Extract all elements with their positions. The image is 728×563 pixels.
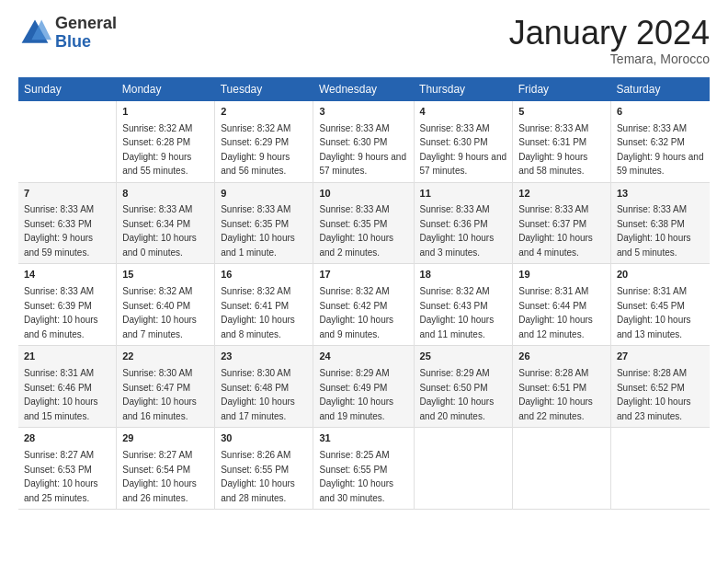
sunset-text: Sunset: 6:30 PM bbox=[420, 137, 488, 147]
calendar-cell: 18Sunrise: 8:32 AMSunset: 6:43 PMDayligh… bbox=[414, 264, 513, 346]
daylight-text: Daylight: 10 hours and 17 minutes. bbox=[221, 396, 295, 421]
day-number: 21 bbox=[24, 350, 110, 364]
sunrise-text: Sunrise: 8:31 AM bbox=[24, 368, 94, 378]
col-friday: Friday bbox=[513, 77, 611, 101]
sunrise-text: Sunrise: 8:33 AM bbox=[617, 204, 687, 214]
daylight-text: Daylight: 10 hours and 16 minutes. bbox=[122, 396, 197, 421]
sunset-text: Sunset: 6:50 PM bbox=[420, 383, 488, 393]
calendar-week-row: 7Sunrise: 8:33 AMSunset: 6:33 PMDaylight… bbox=[18, 182, 710, 264]
calendar-cell: 4Sunrise: 8:33 AMSunset: 6:30 PMDaylight… bbox=[414, 101, 513, 182]
sunset-text: Sunset: 6:37 PM bbox=[518, 219, 586, 229]
sunset-text: Sunset: 6:29 PM bbox=[221, 137, 289, 147]
day-number: 29 bbox=[122, 431, 209, 446]
sunset-text: Sunset: 6:54 PM bbox=[122, 465, 190, 475]
calendar-cell bbox=[18, 101, 117, 182]
subtitle: Temara, Morocco bbox=[509, 52, 710, 66]
calendar-cell: 6Sunrise: 8:33 AMSunset: 6:32 PMDaylight… bbox=[610, 101, 710, 182]
daylight-text: Daylight: 10 hours and 7 minutes. bbox=[122, 315, 197, 339]
daylight-text: Daylight: 10 hours and 20 minutes. bbox=[420, 396, 495, 421]
sunset-text: Sunset: 6:35 PM bbox=[221, 219, 289, 229]
calendar-cell: 12Sunrise: 8:33 AMSunset: 6:37 PMDayligh… bbox=[513, 182, 611, 264]
calendar-cell: 11Sunrise: 8:33 AMSunset: 6:36 PMDayligh… bbox=[414, 182, 513, 264]
calendar-cell: 15Sunrise: 8:32 AMSunset: 6:40 PMDayligh… bbox=[117, 264, 215, 346]
sunset-text: Sunset: 6:38 PM bbox=[617, 219, 685, 229]
sunrise-text: Sunrise: 8:33 AM bbox=[319, 204, 389, 214]
calendar-cell: 21Sunrise: 8:31 AMSunset: 6:46 PMDayligh… bbox=[18, 346, 117, 428]
col-wednesday: Wednesday bbox=[313, 77, 414, 101]
sunrise-text: Sunrise: 8:32 AM bbox=[122, 286, 192, 296]
calendar-cell: 29Sunrise: 8:27 AMSunset: 6:54 PMDayligh… bbox=[117, 428, 215, 510]
page-container: General Blue January 2024 Temara, Morocc… bbox=[0, 0, 728, 519]
sunset-text: Sunset: 6:30 PM bbox=[319, 137, 387, 147]
sunset-text: Sunset: 6:53 PM bbox=[24, 465, 92, 475]
sunset-text: Sunset: 6:42 PM bbox=[319, 301, 387, 311]
day-number: 8 bbox=[122, 187, 209, 201]
daylight-text: Daylight: 10 hours and 15 minutes. bbox=[24, 396, 98, 421]
daylight-text: Daylight: 10 hours and 9 minutes. bbox=[319, 315, 393, 339]
day-number: 27 bbox=[617, 350, 704, 364]
daylight-text: Daylight: 10 hours and 2 minutes. bbox=[319, 233, 393, 258]
sunset-text: Sunset: 6:44 PM bbox=[518, 301, 586, 311]
calendar-cell: 9Sunrise: 8:33 AMSunset: 6:35 PMDaylight… bbox=[215, 182, 313, 264]
daylight-text: Daylight: 9 hours and 55 minutes. bbox=[122, 152, 191, 177]
calendar-cell bbox=[513, 428, 611, 510]
sunset-text: Sunset: 6:34 PM bbox=[122, 219, 190, 229]
sunrise-text: Sunrise: 8:29 AM bbox=[319, 368, 389, 378]
daylight-text: Daylight: 10 hours and 5 minutes. bbox=[617, 233, 691, 258]
day-number: 12 bbox=[518, 187, 605, 201]
col-monday: Monday bbox=[117, 77, 215, 101]
day-number: 22 bbox=[122, 350, 209, 364]
sunrise-text: Sunrise: 8:30 AM bbox=[221, 368, 290, 378]
sunset-text: Sunset: 6:32 PM bbox=[617, 137, 685, 147]
daylight-text: Daylight: 10 hours and 22 minutes. bbox=[518, 396, 593, 421]
sunrise-text: Sunrise: 8:32 AM bbox=[420, 286, 490, 296]
month-title: January 2024 bbox=[509, 15, 710, 52]
calendar-cell bbox=[610, 428, 710, 510]
daylight-text: Daylight: 10 hours and 3 minutes. bbox=[420, 233, 495, 258]
calendar-cell: 24Sunrise: 8:29 AMSunset: 6:49 PMDayligh… bbox=[313, 346, 414, 428]
sunrise-text: Sunrise: 8:28 AM bbox=[617, 368, 687, 378]
day-number: 7 bbox=[24, 187, 110, 201]
sunrise-text: Sunrise: 8:33 AM bbox=[319, 123, 389, 133]
daylight-text: Daylight: 10 hours and 19 minutes. bbox=[319, 396, 393, 421]
calendar-cell: 19Sunrise: 8:31 AMSunset: 6:44 PMDayligh… bbox=[513, 264, 611, 346]
sunset-text: Sunset: 6:55 PM bbox=[319, 465, 387, 475]
day-number: 31 bbox=[319, 431, 407, 446]
sunrise-text: Sunrise: 8:27 AM bbox=[24, 450, 94, 460]
sunrise-text: Sunrise: 8:32 AM bbox=[221, 286, 290, 296]
day-number: 23 bbox=[221, 350, 307, 364]
calendar-week-row: 28Sunrise: 8:27 AMSunset: 6:53 PMDayligh… bbox=[18, 428, 710, 510]
calendar-cell: 5Sunrise: 8:33 AMSunset: 6:31 PMDaylight… bbox=[513, 101, 611, 182]
sunset-text: Sunset: 6:36 PM bbox=[420, 219, 488, 229]
sunset-text: Sunset: 6:52 PM bbox=[617, 383, 685, 393]
day-number: 14 bbox=[24, 268, 110, 282]
daylight-text: Daylight: 10 hours and 30 minutes. bbox=[319, 478, 393, 503]
daylight-text: Daylight: 10 hours and 6 minutes. bbox=[24, 315, 98, 339]
sunrise-text: Sunrise: 8:33 AM bbox=[518, 204, 588, 214]
calendar-week-row: 14Sunrise: 8:33 AMSunset: 6:39 PMDayligh… bbox=[18, 264, 710, 346]
title-block: January 2024 Temara, Morocco bbox=[509, 15, 710, 66]
calendar-cell: 31Sunrise: 8:25 AMSunset: 6:55 PMDayligh… bbox=[313, 428, 414, 510]
day-number: 28 bbox=[24, 431, 110, 446]
daylight-text: Daylight: 10 hours and 13 minutes. bbox=[617, 315, 691, 339]
calendar-cell: 17Sunrise: 8:32 AMSunset: 6:42 PMDayligh… bbox=[313, 264, 414, 346]
calendar-cell: 13Sunrise: 8:33 AMSunset: 6:38 PMDayligh… bbox=[610, 182, 710, 264]
sunset-text: Sunset: 6:39 PM bbox=[24, 301, 92, 311]
sunrise-text: Sunrise: 8:26 AM bbox=[221, 450, 290, 460]
sunrise-text: Sunrise: 8:25 AM bbox=[319, 450, 389, 460]
daylight-text: Daylight: 10 hours and 4 minutes. bbox=[518, 233, 593, 258]
daylight-text: Daylight: 10 hours and 12 minutes. bbox=[518, 315, 593, 339]
day-number: 26 bbox=[518, 350, 605, 364]
logo-icon bbox=[18, 17, 51, 50]
day-number: 18 bbox=[420, 268, 507, 282]
day-number: 4 bbox=[420, 105, 507, 120]
daylight-text: Daylight: 9 hours and 57 minutes. bbox=[319, 152, 406, 177]
calendar-cell: 22Sunrise: 8:30 AMSunset: 6:47 PMDayligh… bbox=[117, 346, 215, 428]
calendar-week-row: 1Sunrise: 8:32 AMSunset: 6:28 PMDaylight… bbox=[18, 101, 710, 182]
sunset-text: Sunset: 6:45 PM bbox=[617, 301, 685, 311]
day-number: 16 bbox=[221, 268, 307, 282]
daylight-text: Daylight: 10 hours and 26 minutes. bbox=[122, 478, 197, 503]
calendar-cell: 30Sunrise: 8:26 AMSunset: 6:55 PMDayligh… bbox=[215, 428, 313, 510]
sunset-text: Sunset: 6:33 PM bbox=[24, 219, 92, 229]
day-number: 15 bbox=[122, 268, 209, 282]
